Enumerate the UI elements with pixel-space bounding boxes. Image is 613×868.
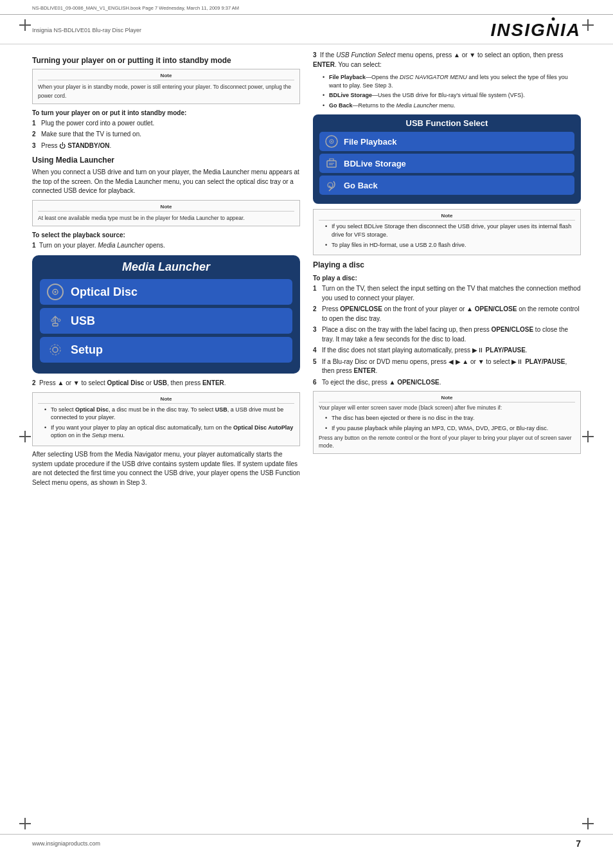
file-info: NS-BDLIVE01_09-0086_MAN_V1_ENGLISH.book … xyxy=(32,5,239,11)
corner-mark-tr xyxy=(582,19,594,31)
section1-title: Turning your player on or putting it int… xyxy=(32,56,300,65)
footer-url: www.insigniaproducts.com xyxy=(32,840,100,847)
page-header: Insignia NS-BDLIVE01 Blu-ray Disc Player… xyxy=(0,15,613,44)
note5-label: Note xyxy=(319,395,575,402)
corner-mark-bl xyxy=(19,818,31,829)
step-3-4: 4If the disc does not start playing auto… xyxy=(313,346,581,356)
top-bar: NS-BDLIVE01_09-0086_MAN_V1_ENGLISH.book … xyxy=(0,0,613,15)
usb-item-bdlive: BDLive Storage xyxy=(319,154,574,173)
svg-point-2 xyxy=(55,291,57,293)
step2-1-text: 1 Turn on your player. Media Launcher op… xyxy=(32,241,300,251)
step-1-2: 2Make sure that the TV is turned on. xyxy=(32,130,300,140)
corner-mark-br xyxy=(582,818,594,829)
main-content: Turning your player on or putting it int… xyxy=(0,51,613,491)
media-item-optical: Optical Disc xyxy=(40,279,292,305)
step3-bullets: File Playback—Opens the DISC NAVIGATOR M… xyxy=(323,73,581,109)
note-box-1: Note When your player is in standby mode… xyxy=(32,69,300,104)
step-3-6: 6To eject the disc, press ▲ OPEN/CLOSE. xyxy=(313,378,581,388)
optical-disc-label: Optical Disc xyxy=(71,285,138,299)
step3-intro: 3 If the USB Function Select menu opens,… xyxy=(313,51,581,69)
subsection3-label: To play a disc: xyxy=(313,275,581,282)
svg-point-11 xyxy=(331,141,332,142)
note3-bullet-1: To select Optical Disc, a disc must be i… xyxy=(44,406,294,422)
note3-bullet-2: If you want your player to play an optic… xyxy=(44,424,294,440)
note-box-5: Note Your player will enter screen saver… xyxy=(313,391,581,454)
note1-label: Note xyxy=(38,73,294,80)
bdlive-icon xyxy=(324,156,339,170)
step3-go-back: Go Back—Returns to the Media Launcher me… xyxy=(323,102,581,110)
footer-page: 7 xyxy=(576,838,581,849)
steps-list-1: 1Plug the power cord into a power outlet… xyxy=(32,119,300,151)
svg-rect-3 xyxy=(53,323,58,326)
svg-point-8 xyxy=(50,345,60,355)
setup-icon xyxy=(46,341,64,359)
note5-intro: Your player will enter screen saver mode… xyxy=(319,404,575,412)
page-footer: www.insigniaproducts.com 7 xyxy=(0,834,613,849)
usb-function-title: USB Function Select xyxy=(319,118,574,128)
media-launcher-box: Media Launcher Optical Disc xyxy=(32,255,300,374)
section2-para: When you connect a USB drive and turn on… xyxy=(32,168,300,196)
note4-bullet-1: If you select BDLive Storage then discon… xyxy=(325,222,575,239)
usb-item-file-playback: File Playback xyxy=(319,132,574,151)
usb-label: USB xyxy=(71,314,95,328)
note3-bullets: To select Optical Disc, a disc must be i… xyxy=(44,406,294,440)
note4-bullets: If you select BDLive Storage then discon… xyxy=(325,222,575,249)
note5-footer: Press any button on the remote control o… xyxy=(319,435,575,450)
optical-disc-icon xyxy=(46,283,64,301)
corner-mark-tl xyxy=(19,19,31,31)
note4-label: Note xyxy=(319,213,575,221)
mid-right-mark xyxy=(582,431,594,437)
note5-bullet-2: If you pause playback while playing an M… xyxy=(325,424,575,433)
step-1-3: 3Press ⏻ STANDBY/ON. xyxy=(32,141,300,151)
left-column: Turning your player on or putting it int… xyxy=(32,51,300,491)
go-back-label: Go Back xyxy=(344,181,378,190)
subsection2-label: To select the playback source: xyxy=(32,231,300,239)
setup-label: Setup xyxy=(71,343,103,357)
step-3-5: 5If a Blu-ray Disc or DVD menu opens, pr… xyxy=(313,357,581,376)
note4-bullet-2: To play files in HD-format, use a USB 2.… xyxy=(325,241,575,249)
usb-function-box: USB Function Select File Playback xyxy=(313,114,581,204)
go-back-icon xyxy=(324,178,339,192)
file-playback-icon xyxy=(324,134,339,149)
note-box-3: Note To select Optical Disc, a disc must… xyxy=(32,392,300,446)
page: NS-BDLIVE01_09-0086_MAN_V1_ENGLISH.book … xyxy=(0,0,613,868)
usb-icon xyxy=(46,312,64,330)
step3-bdlive: BDLive Storage—Uses the USB drive for Bl… xyxy=(323,91,581,100)
right-column: 3 If the USB Function Select menu opens,… xyxy=(313,51,581,491)
section2-title: Using Media Launcher xyxy=(32,156,300,165)
media-item-setup: Setup xyxy=(40,337,292,363)
step-1-1: 1Plug the power cord into a power outlet… xyxy=(32,119,300,129)
svg-rect-5 xyxy=(51,320,54,321)
step-3-2: 2Press OPEN/CLOSE on the front of your p… xyxy=(313,305,581,323)
note3-label: Note xyxy=(38,396,294,404)
svg-rect-12 xyxy=(327,161,336,167)
note2-label: Note xyxy=(38,204,294,212)
section3-title: Playing a disc xyxy=(313,260,581,269)
note5-bullet-1: The disc has been ejected or there is no… xyxy=(325,414,575,422)
subsection1-label: To turn your player on or put it into st… xyxy=(32,109,300,116)
product-name: Insignia NS-BDLIVE01 Blu-ray Disc Player xyxy=(32,27,141,33)
note-box-4: Note If you select BDLive Storage then d… xyxy=(313,209,581,255)
step3-file-playback: File Playback—Opens the DISC NAVIGATOR M… xyxy=(323,73,581,89)
bdlive-label: BDLive Storage xyxy=(344,159,406,168)
note1-text: When your player is in standby mode, pow… xyxy=(38,84,291,99)
step-3-3: 3Place a disc on the tray with the label… xyxy=(313,325,581,344)
steps-list-3: 1Turn on the TV, then select the input s… xyxy=(313,284,581,387)
usb-item-go-back: Go Back xyxy=(319,176,574,195)
step2-2-text: 2 Press ▲ or ▼ to select Optical Disc or… xyxy=(32,379,300,388)
file-playback-label: File Playback xyxy=(344,137,396,147)
note2-text: At least one available media type must b… xyxy=(38,215,245,221)
para-after: After selecting USB from the Media Navig… xyxy=(32,450,300,487)
svg-point-6 xyxy=(58,319,60,321)
note-box-2: Note At least one available media type m… xyxy=(32,200,300,226)
svg-point-7 xyxy=(53,347,58,352)
mid-left-mark xyxy=(19,431,31,437)
step-3-1: 1Turn on the TV, then select the input s… xyxy=(313,284,581,303)
media-item-usb: USB xyxy=(40,308,292,334)
note5-bullets: The disc has been ejected or there is no… xyxy=(325,414,575,432)
media-launcher-title: Media Launcher xyxy=(40,260,292,274)
insignia-logo: INSIGNIA xyxy=(491,20,581,41)
